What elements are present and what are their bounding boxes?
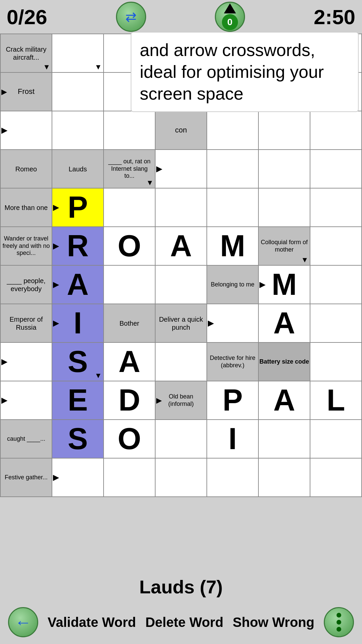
cell-r3c2[interactable] xyxy=(52,111,104,150)
cell-r9c2[interactable]: S xyxy=(52,343,104,381)
cell-r3c5[interactable] xyxy=(207,111,259,150)
cell-r5c5[interactable] xyxy=(207,189,259,227)
cell-r12c5[interactable] xyxy=(207,459,259,497)
cell-r12c4[interactable] xyxy=(156,459,207,497)
cell-r11c4[interactable] xyxy=(156,420,207,459)
bottom-clue-bar: Lauds (7) xyxy=(0,573,362,600)
options-button[interactable] xyxy=(324,607,354,637)
cell-r4c7[interactable] xyxy=(310,150,362,189)
cell-r5c6[interactable] xyxy=(259,189,310,227)
cell-r3c6[interactable] xyxy=(259,111,310,150)
cell-r8c5[interactable] xyxy=(207,304,259,343)
cell-r12c7[interactable] xyxy=(310,459,362,497)
cell-r10c6[interactable]: A xyxy=(259,381,310,420)
hint-button[interactable]: 0 xyxy=(215,2,245,32)
cell-r10c3[interactable]: D xyxy=(104,381,156,420)
cell-r1c2[interactable] xyxy=(52,34,104,73)
cell-r9c5: Detective for hire (abbrev.) xyxy=(207,343,259,381)
cell-r8c3: Bother xyxy=(104,304,156,343)
bottom-clue-text: Lauds (7) xyxy=(139,576,223,597)
score-display: 0/26 xyxy=(7,5,47,29)
swap-button[interactable]: ⇄ xyxy=(116,2,146,32)
cell-r12c3[interactable] xyxy=(104,459,156,497)
cell-r10c5[interactable]: P xyxy=(207,381,259,420)
hint-icon: 0 xyxy=(222,3,238,30)
cell-r7c2[interactable]: A xyxy=(52,266,104,304)
cell-r10c1[interactable] xyxy=(1,381,52,420)
cell-r9c7[interactable] xyxy=(310,343,362,381)
cell-r6c2[interactable]: R xyxy=(52,227,104,266)
cell-r6c7[interactable] xyxy=(310,227,362,266)
back-button[interactable]: ← xyxy=(8,607,38,637)
cell-r8c4: Deliver a quick punch xyxy=(156,304,207,343)
timer-display: 2:50 xyxy=(314,5,355,29)
cell-r4c5[interactable] xyxy=(207,150,259,189)
delete-label: Delete Word xyxy=(145,615,224,630)
cell-r5c2[interactable]: P xyxy=(52,189,104,227)
cell-r5c3[interactable] xyxy=(104,189,156,227)
cell-r4c3[interactable]: ____ out, rat on Internet slang to... xyxy=(104,150,156,189)
cell-r11c1: caught ____... xyxy=(1,420,52,459)
tooltip-text: and arrow crosswords, ideal for optimisi… xyxy=(140,40,324,103)
dots-icon xyxy=(337,613,341,632)
cell-r6c3[interactable]: O xyxy=(104,227,156,266)
cell-r8c2[interactable]: I xyxy=(52,304,104,343)
show-wrong-button[interactable]: Show Wrong xyxy=(233,614,314,630)
cell-r2c1[interactable]: Frost xyxy=(1,73,52,111)
top-bar: 0/26 ⇄ 0 2:50 xyxy=(0,0,362,34)
cell-r4c1: Romeo xyxy=(1,150,52,189)
cell-r7c5: Belonging to me xyxy=(207,266,259,304)
cell-r7c4[interactable] xyxy=(156,266,207,304)
cell-r5c1: More than one xyxy=(1,189,52,227)
swap-icon: ⇄ xyxy=(125,9,137,24)
back-icon: ← xyxy=(15,612,32,632)
cell-r11c7[interactable] xyxy=(310,420,362,459)
cell-r7c7[interactable] xyxy=(310,266,362,304)
cell-r7c3[interactable] xyxy=(104,266,156,304)
cell-r7c6[interactable]: M xyxy=(259,266,310,304)
cell-r4c2: Lauds xyxy=(52,150,104,189)
cell-r3c7[interactable] xyxy=(310,111,362,150)
cell-r11c6[interactable] xyxy=(259,420,310,459)
cell-r11c3[interactable]: O xyxy=(104,420,156,459)
cell-r11c2[interactable]: S xyxy=(52,420,104,459)
cell-r6c1: Wander or travel freely and with no spec… xyxy=(1,227,52,266)
cell-r6c4[interactable]: A xyxy=(156,227,207,266)
cell-r3c4: con xyxy=(156,111,207,150)
delete-word-button[interactable]: Delete Word xyxy=(145,614,224,630)
cell-r9c1[interactable] xyxy=(1,343,52,381)
cell-r5c7[interactable] xyxy=(310,189,362,227)
cell-r2c2[interactable] xyxy=(52,73,104,111)
cell-r8c7[interactable] xyxy=(310,304,362,343)
cell-r7c1: ____ people, everybody xyxy=(1,266,52,304)
validate-label: Validate Word xyxy=(48,615,136,630)
cell-r1c1[interactable]: Crack military aircraft... xyxy=(1,34,52,73)
cell-r12c2[interactable] xyxy=(52,459,104,497)
cell-r10c7[interactable]: L xyxy=(310,381,362,420)
cell-r9c3[interactable]: A xyxy=(104,343,156,381)
cell-r6c6[interactable]: Colloquial form of mother xyxy=(259,227,310,266)
bottom-toolbar: ← Validate Word Delete Word Show Wrong xyxy=(0,600,362,644)
cell-r5c4[interactable] xyxy=(156,189,207,227)
cell-r10c4[interactable]: Old bean (informal) xyxy=(156,381,207,420)
cell-r10c2[interactable]: E xyxy=(52,381,104,420)
cell-r4c6[interactable] xyxy=(259,150,310,189)
show-wrong-label: Show Wrong xyxy=(233,615,314,630)
cell-r12c6[interactable] xyxy=(259,459,310,497)
cell-r8c1: Emperor of Russia xyxy=(1,304,52,343)
cell-r3c3[interactable] xyxy=(104,111,156,150)
cell-r8c6[interactable]: A xyxy=(259,304,310,343)
cell-r3c1[interactable] xyxy=(1,111,52,150)
cell-r11c5[interactable]: I xyxy=(207,420,259,459)
cell-r6c5[interactable]: M xyxy=(207,227,259,266)
validate-word-button[interactable]: Validate Word xyxy=(48,614,136,630)
tooltip-overlay: and arrow crosswords, ideal for optimisi… xyxy=(131,32,359,112)
cell-r9c6: Battery size code xyxy=(259,343,310,381)
crossword-grid-extra: caught ____... S O I Festive gather... xyxy=(0,420,362,497)
cell-r9c4[interactable] xyxy=(156,343,207,381)
cell-r4c4[interactable] xyxy=(156,150,207,189)
cell-r12c1: Festive gather... xyxy=(1,459,52,497)
